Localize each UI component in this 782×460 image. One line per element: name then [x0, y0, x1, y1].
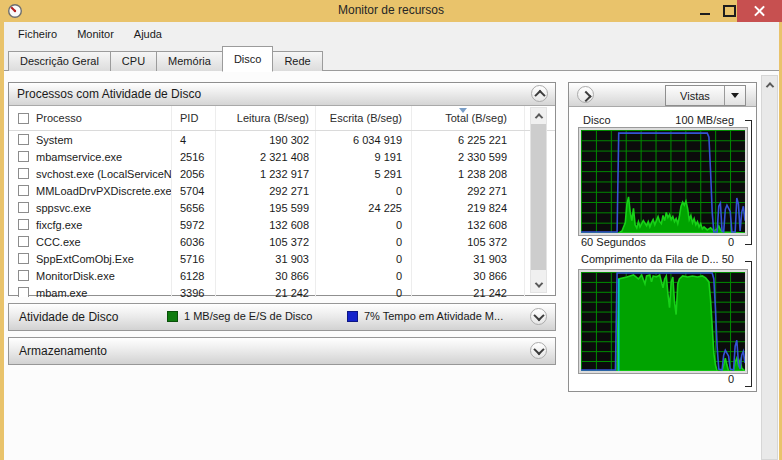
process-checkbox[interactable]	[18, 185, 29, 196]
process-name-cell: mbamservice.exe	[9, 148, 172, 165]
tab-disco[interactable]: Disco	[222, 46, 274, 72]
chevron-down-icon	[534, 279, 542, 287]
queue-chart-scale-bracket	[745, 261, 752, 387]
pid-cell: 3396	[172, 284, 216, 297]
write-cell: 0	[316, 284, 412, 297]
collapse-processes-button[interactable]	[531, 85, 548, 102]
pid-cell: 5716	[172, 250, 216, 267]
column-leitura[interactable]: Leitura (B/seg)	[216, 106, 316, 130]
pid-cell: 5656	[172, 199, 216, 216]
process-name-cell: svchost.exe (LocalServiceNo...	[9, 165, 172, 182]
views-split-button[interactable]: Vistas	[665, 85, 746, 106]
menu-ficheiro[interactable]: Ficheiro	[8, 25, 67, 43]
write-cell: 0	[316, 182, 412, 199]
table-row: System4190 3026 034 9196 225 221	[9, 131, 555, 148]
legend-disk-io: 1 MB/seg de E/S de Disco	[167, 310, 312, 322]
process-table-scrollbar[interactable]	[530, 107, 547, 293]
total-cell: 105 372	[412, 233, 525, 250]
process-checkbox[interactable]	[18, 202, 29, 213]
disk-activity-title: Atividade de Disco	[19, 310, 118, 324]
chevron-down-icon	[533, 343, 544, 354]
read-cell: 292 271	[216, 182, 316, 199]
table-row: fixcfg.exe5972132 6080132 608	[9, 216, 555, 233]
read-cell: 190 302	[216, 131, 316, 148]
pid-cell: 5704	[172, 182, 216, 199]
table-row: mbam.exe339621 242021 242	[9, 284, 555, 297]
process-checkbox[interactable]	[18, 219, 29, 230]
disk-chart-max-label: 100 MB/seg	[675, 114, 734, 126]
write-cell: 0	[316, 233, 412, 250]
chevron-up-icon	[534, 89, 545, 100]
tab-memoria[interactable]: Memória	[156, 51, 223, 71]
tab-rede[interactable]: Rede	[272, 51, 322, 71]
menu-monitor[interactable]: Monitor	[67, 25, 124, 43]
disk-chart	[579, 128, 747, 235]
column-escrita[interactable]: Escrita (B/seg)	[316, 106, 412, 130]
queue-chart	[579, 270, 747, 373]
scrollbar-thumb[interactable]	[531, 124, 546, 270]
collapse-charts-button[interactable]	[577, 86, 594, 103]
views-dropdown-arrow[interactable]	[724, 86, 745, 105]
views-button-label[interactable]: Vistas	[666, 86, 724, 105]
process-checkbox[interactable]	[18, 168, 29, 179]
process-checkbox[interactable]	[18, 151, 29, 162]
scroll-down-button[interactable]	[531, 277, 546, 292]
green-swatch-icon	[167, 311, 178, 322]
column-pid[interactable]: PID	[172, 106, 216, 130]
table-row: sppsvc.exe5656195 59924 225219 824	[9, 199, 555, 216]
menu-ajuda[interactable]: Ajuda	[124, 25, 172, 43]
write-cell: 0	[316, 216, 412, 233]
storage-section: Armazenamento	[8, 337, 556, 365]
read-cell: 1 232 917	[216, 165, 316, 182]
column-total[interactable]: Total (B/seg)	[412, 106, 525, 130]
pid-cell: 2056	[172, 165, 216, 182]
column-processo[interactable]: Processo	[9, 106, 172, 130]
pid-cell: 5972	[172, 216, 216, 233]
tab-cpu[interactable]: CPU	[110, 51, 157, 71]
chevron-right-icon	[580, 90, 591, 101]
read-cell: 195 599	[216, 199, 316, 216]
read-cell: 132 608	[216, 216, 316, 233]
process-checkbox[interactable]	[18, 287, 29, 297]
process-name-cell: MonitorDisk.exe	[9, 267, 172, 284]
close-button[interactable]	[737, 0, 782, 22]
total-cell: 2 330 599	[412, 148, 525, 165]
disk-chart-title: Disco	[583, 114, 611, 126]
read-cell: 2 321 408	[216, 148, 316, 165]
process-name-cell: mbam.exe	[9, 284, 172, 297]
chevron-down-icon	[533, 309, 544, 320]
process-checkbox[interactable]	[18, 270, 29, 281]
total-cell: 1 238 208	[412, 165, 525, 182]
table-row: MonitorDisk.exe612830 866030 866	[9, 267, 555, 284]
scroll-up-button[interactable]	[531, 108, 546, 123]
main-scrollbar[interactable]	[761, 75, 778, 460]
disk-chart-scale-bracket	[745, 120, 752, 245]
tab-descricao-geral[interactable]: Descrição Geral	[8, 51, 111, 71]
client-area: Processos com Atividade de Disco Process…	[4, 71, 779, 460]
resource-monitor-window: Monitor de recursos Ficheiro Monitor Aju…	[0, 0, 782, 460]
tab-strip: Descrição Geral CPU Memória Disco Rede	[4, 46, 779, 71]
expand-disk-activity-button[interactable]	[530, 308, 547, 325]
process-checkbox[interactable]	[18, 236, 29, 247]
total-cell: 132 608	[412, 216, 525, 233]
process-checkbox[interactable]	[18, 134, 29, 145]
select-all-checkbox[interactable]	[18, 113, 29, 124]
process-name-cell: SppExtComObj.Exe	[9, 250, 172, 267]
main-scroll-up-button[interactable]	[762, 76, 777, 93]
disk-chart-plot	[581, 130, 745, 233]
table-row: mbamservice.exe25162 321 4089 1912 330 5…	[9, 148, 555, 165]
total-cell: 6 225 221	[412, 131, 525, 148]
total-cell: 31 903	[412, 250, 525, 267]
process-table-header: Processo PID Leitura (B/seg) Escrita (B/…	[9, 106, 555, 131]
chevron-up-icon	[534, 113, 542, 121]
queue-chart-title: Comprimento da Fila de D...	[581, 253, 719, 265]
read-cell: 21 242	[216, 284, 316, 297]
process-name-cell: System	[9, 131, 172, 148]
expand-storage-button[interactable]	[530, 342, 547, 359]
process-checkbox[interactable]	[18, 253, 29, 264]
table-row: svchost.exe (LocalServiceNo...20561 232 …	[9, 165, 555, 182]
process-table-body: System4190 3026 034 9196 225 221mbamserv…	[9, 131, 555, 297]
charts-panel-header: Vistas	[569, 83, 756, 107]
blue-swatch-icon	[347, 311, 358, 322]
write-cell: 24 225	[316, 199, 412, 216]
